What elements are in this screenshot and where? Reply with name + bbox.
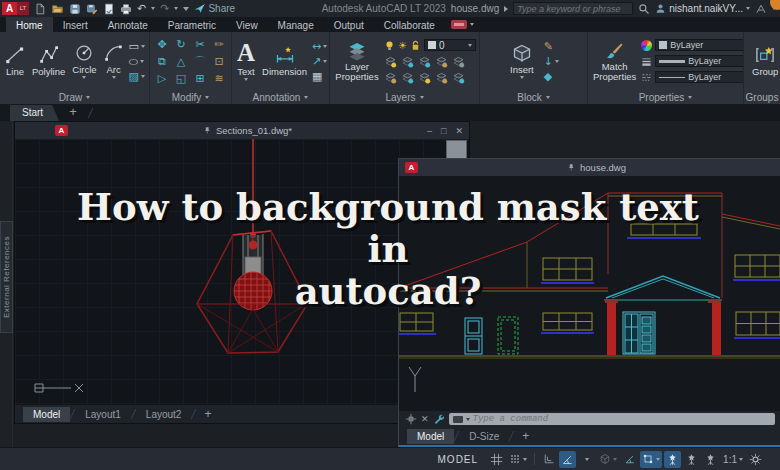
tab-annotate[interactable]: Annotate [98, 17, 158, 32]
polar-tracking-caret[interactable] [578, 451, 595, 468]
model-space-label[interactable]: MODEL [438, 454, 479, 465]
layout-tab-layout1[interactable]: Layout1 [75, 407, 131, 422]
new-drawing-tab-button[interactable]: + [61, 104, 85, 121]
panel-label-layers[interactable]: Layers [330, 90, 479, 104]
layer-tool-icon[interactable] [401, 71, 414, 84]
layer-tool-icon[interactable] [418, 55, 431, 68]
search-expand-icon[interactable] [504, 6, 508, 12]
explode-tool-icon[interactable]: ≋ [214, 73, 223, 84]
fillet-tool-icon[interactable]: ⌒ [195, 56, 206, 67]
block-edit-tool[interactable]: ✎ [544, 40, 559, 53]
sections-window-titlebar[interactable]: A Sections_01.dwg* – □ ✕ [15, 122, 469, 139]
layer-properties-button[interactable]: Layer Properties [333, 41, 381, 82]
rectangle-tool[interactable]: ▭ [129, 40, 145, 53]
recent-commands-icon[interactable] [453, 416, 463, 423]
lineweight-dropdown[interactable]: ByLayer [655, 55, 744, 67]
layer-tool-icon[interactable] [384, 71, 397, 84]
close-command-line-icon[interactable]: ✕ [421, 414, 429, 424]
tab-insert[interactable]: Insert [53, 17, 98, 32]
new-layout-button[interactable]: + [196, 407, 219, 421]
redo-icon[interactable]: ↷ [160, 4, 169, 14]
command-input-box[interactable] [449, 413, 775, 425]
command-input[interactable] [473, 414, 771, 424]
search-icon[interactable] [638, 3, 650, 15]
autoscale-toggle[interactable] [683, 451, 700, 468]
object-snap-tracking-toggle[interactable] [621, 451, 638, 468]
maximize-button[interactable]: □ [441, 126, 446, 136]
help-search-box[interactable] [513, 2, 633, 15]
layout-tab-model[interactable]: Model [407, 429, 454, 444]
erase-tool-icon[interactable]: ✏ [214, 39, 223, 50]
help-search-input[interactable] [517, 4, 629, 14]
tab-view[interactable]: View [226, 17, 268, 32]
layout-tab-model[interactable]: Model [23, 407, 70, 422]
new-layout-button[interactable]: + [514, 429, 537, 443]
block-write-tool[interactable]: ↓ [544, 55, 559, 68]
close-button[interactable]: ✕ [455, 126, 463, 136]
match-properties-button[interactable]: Match Properties [591, 41, 638, 82]
annotation-visibility-toggle[interactable] [664, 451, 681, 468]
table-tool[interactable]: ▦ [312, 70, 327, 83]
plot-icon[interactable] [103, 3, 115, 15]
minimize-button[interactable]: – [427, 126, 432, 136]
annotation-scale-button[interactable] [702, 451, 719, 468]
block-attribute-tool[interactable]: ◆ [544, 70, 559, 83]
layer-tool-icon[interactable] [435, 71, 448, 84]
save-as-icon[interactable] [86, 3, 98, 15]
undo-icon[interactable]: ↶ [137, 4, 146, 14]
pin-icon[interactable] [567, 163, 576, 172]
array-tool-icon[interactable]: ⊞ [195, 73, 204, 84]
leader-tool[interactable]: ↗ [312, 55, 327, 68]
dim-linear-tool[interactable]: ↔ [312, 40, 327, 53]
house-window-titlebar[interactable]: A house.dwg [399, 159, 780, 176]
print-icon[interactable] [120, 3, 132, 15]
layer-tool-icon[interactable] [452, 55, 465, 68]
panel-label-annotation[interactable]: Annotation [232, 90, 329, 104]
panel-label-modify[interactable]: Modify [150, 90, 231, 104]
tab-manage[interactable]: Manage [268, 17, 324, 32]
stretch-tool-icon[interactable]: ▷ [158, 73, 166, 84]
polyline-tool[interactable]: Polyline [30, 45, 67, 77]
layer-lock-icon[interactable] [410, 40, 421, 51]
rotate-tool-icon[interactable]: ↻ [176, 39, 185, 50]
layer-on-bulb-icon[interactable] [384, 40, 395, 51]
layer-tool-icon[interactable] [418, 71, 431, 84]
undo-dropdown-caret-icon[interactable] [151, 7, 155, 10]
tab-home[interactable]: Home [6, 17, 53, 32]
layer-tool-icon[interactable] [401, 55, 414, 68]
insert-block-button[interactable]: Insert [508, 43, 536, 79]
file-tab-start[interactable]: Start [10, 105, 59, 121]
account-menu[interactable]: nishant.naikVY... [655, 3, 750, 14]
dimension-tool[interactable]: Dimension [260, 45, 309, 77]
external-references-palette-tab[interactable]: External References [0, 221, 13, 333]
snap-mode-toggle[interactable] [507, 451, 529, 468]
layer-tool-icon[interactable] [384, 55, 397, 68]
panel-label-block[interactable]: Block [480, 90, 587, 104]
new-file-icon[interactable] [34, 3, 46, 15]
layer-tool-icon[interactable] [435, 55, 448, 68]
object-snap-toggle[interactable] [640, 451, 662, 468]
group-button[interactable]: Group [750, 45, 780, 77]
tab-parametric[interactable]: Parametric [158, 17, 226, 32]
layer-select-dropdown[interactable]: 0 [424, 39, 476, 51]
layer-thaw-sun-icon[interactable]: ☀ [398, 40, 407, 51]
wrench-customize-icon[interactable] [433, 413, 445, 425]
copy-tool-icon[interactable]: ⧉ [158, 56, 166, 67]
panel-label-groups[interactable]: Groups [744, 90, 780, 104]
polar-tracking-toggle[interactable] [559, 451, 576, 468]
panel-label-properties[interactable]: Properties [588, 90, 743, 104]
object-color-dropdown[interactable]: ByLayer [655, 39, 744, 51]
arc-tool[interactable]: Arc [102, 43, 126, 79]
autodesk-logo-icon[interactable] [755, 3, 767, 15]
pin-icon[interactable] [203, 126, 212, 135]
ellipse-tool[interactable]: ○ [129, 55, 145, 68]
line-tool[interactable]: Line [3, 45, 27, 77]
recent-commands-caret-icon[interactable] [466, 418, 470, 421]
offset-tool-icon[interactable]: ⊡ [214, 56, 223, 67]
linetype-dropdown[interactable]: ByLayer [655, 71, 744, 83]
ribbon-extra-tab[interactable] [451, 17, 474, 32]
layout-tab-dsize[interactable]: D-Size [459, 429, 509, 444]
grid-display-toggle[interactable] [488, 451, 505, 468]
mirror-tool-icon[interactable]: △ [177, 56, 185, 67]
save-icon[interactable] [69, 3, 81, 15]
